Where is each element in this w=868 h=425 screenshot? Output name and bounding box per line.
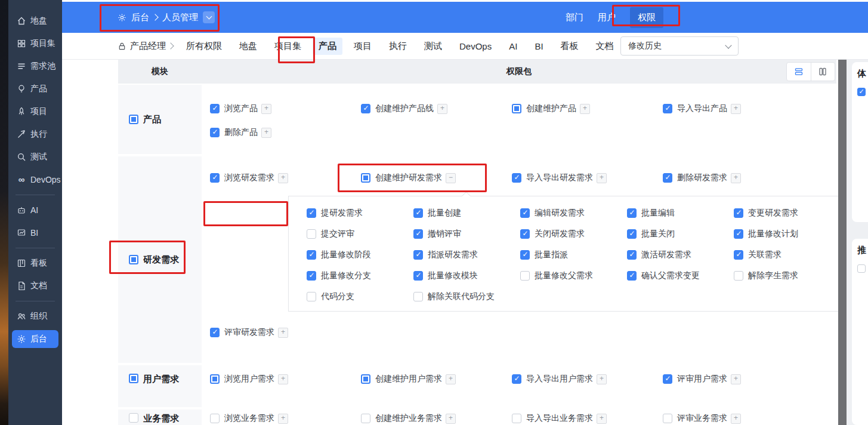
- expand-toggle[interactable]: +: [597, 374, 607, 384]
- checkbox[interactable]: [361, 374, 370, 384]
- checkbox[interactable]: [734, 271, 743, 281]
- nav-tab-test[interactable]: 测试: [424, 41, 442, 52]
- checkbox[interactable]: [520, 208, 530, 218]
- nav-tab-dipan[interactable]: 地盘: [239, 41, 257, 52]
- expand-toggle[interactable]: +: [731, 173, 741, 183]
- checkbox[interactable]: [734, 250, 743, 260]
- checkbox[interactable]: [512, 414, 521, 423]
- checkbox[interactable]: [627, 229, 637, 239]
- checkbox[interactable]: [413, 229, 423, 239]
- checkbox[interactable]: [361, 104, 370, 113]
- expand-toggle[interactable]: +: [731, 104, 741, 114]
- checkbox[interactable]: [413, 250, 423, 260]
- sidebar-item-kanban[interactable]: 看板: [12, 254, 58, 272]
- checkbox[interactable]: [627, 250, 637, 260]
- checkbox[interactable]: [734, 229, 743, 239]
- checkbox[interactable]: [210, 128, 220, 137]
- nav-tab-product[interactable]: 产品: [313, 38, 342, 55]
- collapse-toggle[interactable]: −: [446, 173, 456, 183]
- checkbox[interactable]: [520, 250, 530, 260]
- module-checkbox[interactable]: [129, 413, 138, 423]
- checkbox[interactable]: [210, 104, 220, 113]
- module-checkbox[interactable]: [129, 374, 138, 383]
- checkbox[interactable]: [210, 414, 220, 423]
- checkbox[interactable]: [520, 271, 530, 281]
- checkbox[interactable]: [663, 414, 672, 423]
- checkbox[interactable]: [307, 250, 316, 260]
- tab-department[interactable]: 部门: [566, 12, 583, 23]
- checkbox[interactable]: [413, 208, 423, 218]
- checkbox[interactable]: [307, 271, 316, 281]
- sidebar-item-project[interactable]: 项目: [12, 103, 58, 121]
- expand-toggle[interactable]: +: [731, 374, 741, 384]
- checkbox[interactable]: [734, 208, 743, 218]
- sidebar-item-bi[interactable]: BI: [12, 224, 58, 242]
- checkbox[interactable]: [627, 271, 637, 281]
- checkbox[interactable]: [210, 173, 220, 183]
- checkbox[interactable]: [663, 173, 672, 183]
- expand-toggle[interactable]: +: [278, 374, 288, 384]
- checkbox[interactable]: [627, 208, 637, 218]
- checkbox[interactable]: [413, 292, 423, 301]
- sidebar-item-product[interactable]: 产品: [12, 80, 58, 98]
- vertical-scrollbar[interactable]: [838, 60, 847, 425]
- expand-toggle[interactable]: +: [437, 104, 447, 114]
- sidebar-item-doc[interactable]: 文档: [12, 277, 58, 295]
- breadcrumb-current[interactable]: 人员管理: [162, 12, 198, 23]
- checkbox[interactable]: [307, 292, 316, 301]
- expand-toggle[interactable]: +: [261, 128, 271, 138]
- sidebar-item-test[interactable]: 测试: [12, 148, 58, 166]
- expand-toggle[interactable]: +: [278, 173, 288, 183]
- nav-tab-doc[interactable]: 文档: [596, 41, 614, 52]
- sidebar-item-devops[interactable]: ∞ DevOps: [12, 171, 58, 189]
- expand-toggle[interactable]: +: [446, 414, 456, 424]
- expand-toggle[interactable]: +: [446, 374, 456, 384]
- sidebar-item-program[interactable]: 项目集: [12, 35, 58, 53]
- nav-tab-project[interactable]: 项目: [354, 41, 372, 52]
- checkbox[interactable]: [307, 208, 316, 218]
- breadcrumb[interactable]: 后台 人员管理: [118, 2, 215, 33]
- checkbox[interactable]: [512, 104, 521, 113]
- checkbox[interactable]: [663, 104, 672, 113]
- nav-tab-program[interactable]: 项目集: [274, 41, 301, 52]
- expand-toggle[interactable]: +: [278, 414, 288, 424]
- checkbox[interactable]: [512, 374, 521, 384]
- expand-toggle[interactable]: +: [597, 173, 607, 183]
- checkbox[interactable]: [857, 88, 866, 96]
- sidebar-item-execution[interactable]: 执行: [12, 125, 58, 143]
- module-checkbox[interactable]: [129, 255, 138, 264]
- sidebar-item-backlog[interactable]: 需求池: [12, 57, 58, 75]
- checkbox[interactable]: [413, 271, 423, 281]
- sidebar-item-ai[interactable]: AI: [12, 201, 58, 219]
- tab-permission[interactable]: 权限: [630, 7, 663, 28]
- expand-toggle[interactable]: +: [261, 104, 271, 114]
- checkbox[interactable]: [520, 229, 530, 239]
- nav-tab-execution[interactable]: 执行: [389, 41, 407, 52]
- checkbox[interactable]: [210, 328, 220, 337]
- nav-tab-ai[interactable]: AI: [509, 41, 517, 51]
- checkbox[interactable]: [307, 229, 316, 239]
- expand-toggle[interactable]: +: [278, 328, 288, 338]
- history-select[interactable]: 修改历史: [620, 36, 739, 56]
- sidebar-item-organization[interactable]: 组织: [12, 307, 58, 325]
- breadcrumb-dropdown-toggle[interactable]: [203, 11, 215, 23]
- nav-tab-kanban[interactable]: 看板: [561, 41, 579, 52]
- nav-tab-all[interactable]: 所有权限: [186, 41, 222, 52]
- checkbox[interactable]: [663, 374, 672, 384]
- expand-toggle[interactable]: +: [597, 414, 607, 424]
- checkbox[interactable]: [210, 374, 220, 384]
- checkbox[interactable]: [512, 173, 521, 183]
- module-checkbox[interactable]: [129, 115, 138, 124]
- nav-tab-bi[interactable]: BI: [535, 41, 543, 51]
- column-view-button[interactable]: [811, 63, 835, 81]
- checkbox[interactable]: [857, 264, 866, 273]
- breadcrumb-root[interactable]: 后台: [131, 12, 149, 23]
- row-view-button[interactable]: [787, 63, 811, 81]
- checkbox[interactable]: [361, 414, 370, 423]
- checkbox[interactable]: [361, 173, 370, 183]
- sidebar-item-admin[interactable]: 后台: [12, 330, 58, 348]
- expand-toggle[interactable]: +: [731, 414, 741, 424]
- expand-toggle[interactable]: +: [580, 104, 590, 114]
- role-selector[interactable]: 产品经理: [118, 41, 173, 52]
- sidebar-item-home[interactable]: 地盘: [12, 12, 58, 30]
